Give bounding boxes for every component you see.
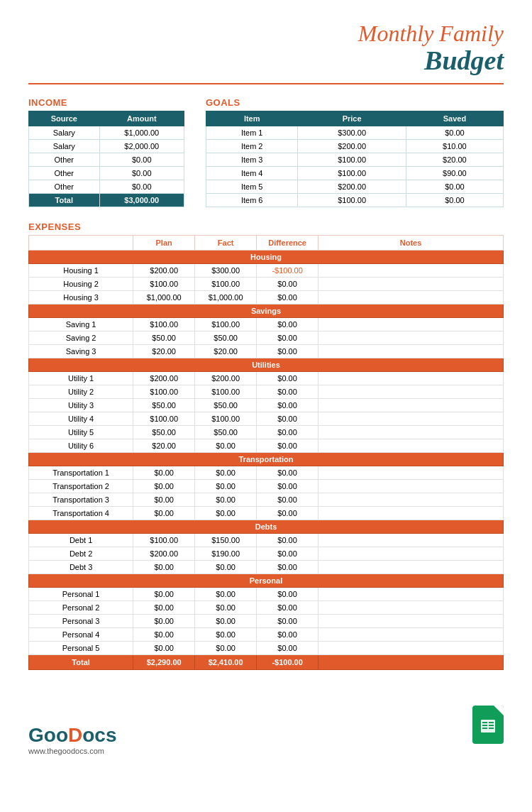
expenses-diff: $0.00 <box>257 439 318 452</box>
income-row: Salary$1,000.00 <box>29 126 184 139</box>
expenses-diff: $0.00 <box>257 385 318 398</box>
expenses-item-name: Utility 3 <box>29 398 133 412</box>
goals-title: GOALS <box>206 97 504 108</box>
expenses-data-row: Personal 1$0.00$0.00$0.00 <box>29 587 504 600</box>
expenses-fact: $300.00 <box>195 263 257 277</box>
expenses-diff: $0.00 <box>257 412 318 425</box>
expenses-category-row: Transportation <box>29 452 504 466</box>
expenses-diff: $0.00 <box>257 331 318 344</box>
income-source: Salary <box>29 139 100 153</box>
expenses-item-name: Debt 2 <box>29 547 133 560</box>
expenses-fact: $100.00 <box>195 385 257 398</box>
expenses-category-name: Housing <box>29 250 504 263</box>
expenses-item-name: Transportation 4 <box>29 506 133 520</box>
income-total-row: Total$3,000.00 <box>29 193 184 207</box>
expenses-plan: $0.00 <box>133 506 195 520</box>
expenses-table: Plan Fact Difference Notes HousingHousin… <box>28 235 504 670</box>
expenses-data-row: Transportation 4$0.00$0.00$0.00 <box>29 506 504 520</box>
expenses-category-row: Debts <box>29 520 504 533</box>
expenses-data-row: Transportation 1$0.00$0.00$0.00 <box>29 466 504 479</box>
goals-price: $100.00 <box>298 166 406 180</box>
expenses-item-name: Transportation 3 <box>29 493 133 506</box>
expenses-item-name: Debt 3 <box>29 560 133 574</box>
goals-item: Item 6 <box>206 193 298 207</box>
expenses-fact: $50.00 <box>195 331 257 344</box>
expenses-plan: $200.00 <box>133 547 195 560</box>
expenses-col-plan-header: Plan <box>133 235 195 250</box>
expenses-data-row: Utility 1$200.00$200.00$0.00 <box>29 371 504 385</box>
expenses-item-name: Housing 3 <box>29 290 133 304</box>
expenses-total-diff: -$100.00 <box>257 654 318 669</box>
expenses-diff: $0.00 <box>257 290 318 304</box>
expenses-data-row: Transportation 2$0.00$0.00$0.00 <box>29 479 504 493</box>
expenses-plan: $0.00 <box>133 614 195 627</box>
goals-section: GOALS Item Price Saved Item 1$300.00$0.0… <box>206 97 504 207</box>
expenses-diff: $0.00 <box>257 600 318 614</box>
expenses-notes <box>318 627 504 641</box>
expenses-plan: $0.00 <box>133 560 195 574</box>
goals-price: $300.00 <box>298 126 406 139</box>
expenses-notes <box>318 479 504 493</box>
expenses-data-row: Personal 4$0.00$0.00$0.00 <box>29 627 504 641</box>
expenses-item-name: Personal 5 <box>29 641 133 654</box>
goals-price: $200.00 <box>298 180 406 193</box>
expenses-diff: $0.00 <box>257 344 318 358</box>
income-row: Salary$2,000.00 <box>29 139 184 153</box>
goals-row: Item 5$200.00$0.00 <box>206 180 504 193</box>
expenses-notes <box>318 547 504 560</box>
expenses-item-name: Utility 5 <box>29 425 133 439</box>
expenses-fact: $0.00 <box>195 614 257 627</box>
expenses-plan: $100.00 <box>133 412 195 425</box>
expenses-data-row: Saving 1$100.00$100.00$0.00 <box>29 317 504 331</box>
expenses-col-diff-header: Difference <box>257 235 318 250</box>
expenses-diff: $0.00 <box>257 371 318 385</box>
expenses-notes <box>318 560 504 574</box>
expenses-notes <box>318 425 504 439</box>
expenses-fact: $100.00 <box>195 277 257 290</box>
expenses-category-name: Debts <box>29 520 504 533</box>
expenses-fact: $0.00 <box>195 560 257 574</box>
brand-logo: GooDocs <box>28 724 116 747</box>
footer: GooDocs www.thegoodocs.com Sheets <box>28 698 504 762</box>
expenses-plan: $100.00 <box>133 385 195 398</box>
expenses-notes <box>318 439 504 452</box>
expenses-notes <box>318 385 504 398</box>
goals-col-item: Item <box>206 111 298 126</box>
goals-saved: $0.00 <box>406 180 503 193</box>
expenses-plan: $0.00 <box>133 493 195 506</box>
expenses-plan: $100.00 <box>133 317 195 331</box>
expenses-notes <box>318 412 504 425</box>
income-row: Other$0.00 <box>29 153 184 166</box>
goals-col-saved: Saved <box>406 111 503 126</box>
expenses-item-name: Saving 2 <box>29 331 133 344</box>
expenses-category-name: Personal <box>29 574 504 587</box>
goals-row: Item 1$300.00$0.00 <box>206 126 504 139</box>
expenses-diff: $0.00 <box>257 614 318 627</box>
expenses-diff: $0.00 <box>257 466 318 479</box>
expenses-plan: $0.00 <box>133 466 195 479</box>
expenses-plan: $100.00 <box>133 533 195 547</box>
expenses-item-name: Personal 2 <box>29 600 133 614</box>
expenses-diff: $0.00 <box>257 533 318 547</box>
goals-saved: $10.00 <box>406 139 503 153</box>
expenses-diff: -$100.00 <box>257 263 318 277</box>
expenses-diff: $0.00 <box>257 560 318 574</box>
expenses-notes <box>318 600 504 614</box>
brand-ocs: ocs <box>82 724 116 746</box>
expenses-item-name: Debt 1 <box>29 533 133 547</box>
expenses-diff: $0.00 <box>257 587 318 600</box>
expenses-plan: $20.00 <box>133 439 195 452</box>
expenses-section: EXPENSES Plan Fact Difference Notes Hous… <box>28 221 504 670</box>
expenses-col-notes-header: Notes <box>318 235 504 250</box>
expenses-notes <box>318 493 504 506</box>
expenses-diff: $0.00 <box>257 506 318 520</box>
expenses-item-name: Utility 6 <box>29 439 133 452</box>
expenses-diff: $0.00 <box>257 641 318 654</box>
expenses-total-row: Total$2,290.00$2,410.00-$100.00 <box>29 654 504 669</box>
expenses-data-row: Personal 5$0.00$0.00$0.00 <box>29 641 504 654</box>
expenses-notes <box>318 344 504 358</box>
expenses-item-name: Transportation 2 <box>29 479 133 493</box>
expenses-category-row: Housing <box>29 250 504 263</box>
top-section: INCOME Source Amount Salary$1,000.00Sala… <box>28 97 504 207</box>
expenses-notes <box>318 398 504 412</box>
